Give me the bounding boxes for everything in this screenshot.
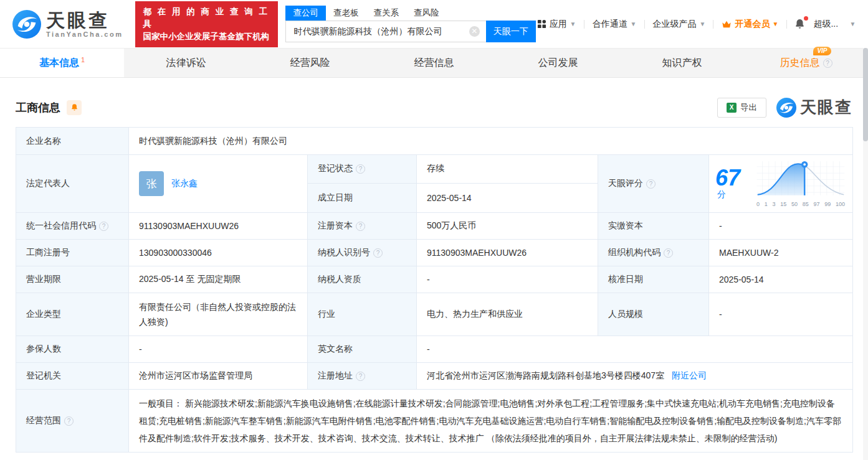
business-scope-value: 一般项目： 新兴能源技术研发;新能源汽车换电设施销售;在线能源计量技术研发;合同… (129, 390, 853, 453)
staff-size-label: 人员规模 (598, 293, 709, 336)
reg-address-value: 河北省沧州市运河区渤海路南规划路科创基地3号楼四楼407室 (427, 370, 664, 380)
help-icon[interactable]: ? (664, 248, 673, 258)
chevron-down-icon: ▼ (570, 21, 576, 27)
industry-value: 电力、热力生产和供应业 (417, 293, 598, 336)
nav-enterprise-label: 企业级产品 (653, 19, 697, 30)
taxpayer-quality-label: 纳税人资质 (308, 266, 417, 293)
search-button[interactable]: 天眼一下 (486, 21, 536, 42)
reg-status-value: 存续 (417, 155, 598, 184)
reg-number-value: 130903000330046 (129, 240, 308, 266)
reg-address-label: 注册地址 (318, 370, 353, 382)
score-cell: 67分 (709, 155, 853, 213)
nav-open-vip-label: 开通会员 (735, 19, 770, 30)
reg-capital-label-cell: 注册资本? (308, 213, 417, 240)
nav-account[interactable]: 超级... ▼ (812, 19, 857, 30)
search-tab-boss[interactable]: 查老板 (326, 6, 366, 21)
score-label: 天眼评分 (608, 178, 643, 189)
watermark-brand-name: 天眼查 (800, 96, 852, 118)
tab-operating-risk[interactable]: 经营风险 (248, 49, 372, 77)
search-input[interactable] (285, 21, 485, 42)
slogan-banner: 都 在 用 的 商 业 查 询 工 具 国家中小企业发展子基金旗下机构 (135, 1, 278, 47)
nav-open-vip[interactable]: 开通会员 ▼ (720, 19, 780, 30)
score-label-cell: 天眼评分? (598, 155, 709, 213)
help-icon[interactable]: ? (356, 372, 365, 381)
vip-badge: VIP (813, 47, 831, 55)
tab-intellectual-property[interactable]: 知识产权 (620, 49, 744, 77)
monitor-bell-chip[interactable] (67, 100, 82, 115)
tab-history-info[interactable]: 历史信息 VIP ? (744, 49, 868, 77)
help-icon[interactable]: ? (823, 59, 832, 68)
english-name-label: 英文名称 (308, 336, 417, 363)
reg-authority-value: 沧州市运河区市场监督管理局 (129, 363, 308, 390)
reg-status-label-cell: 登记状态? (308, 155, 417, 184)
paid-capital-label: 实缴资本 (598, 213, 709, 240)
reg-authority-label: 登记机关 (16, 363, 129, 390)
top-header: 天眼查 TianYanCha.com 都 在 用 的 商 业 查 询 工 具 国… (0, 0, 868, 48)
scrollbar[interactable] (863, 48, 868, 460)
tianyancha-logo[interactable]: 天眼查 TianYanCha.com (12, 10, 123, 39)
taxpayer-quality-value: - (417, 266, 598, 293)
table-row: 企业类型 有限责任公司（非自然人投资或控股的法人独资) 行业 电力、热力生产和供… (16, 293, 853, 336)
notification-dot (804, 16, 808, 21)
table-row: 工商注册号 130903000330046 纳税人识别号? 91130903MA… (16, 240, 853, 266)
nav-apps-label: 应用 (550, 19, 567, 30)
help-icon[interactable]: ? (64, 416, 74, 426)
avatar[interactable]: 张 (139, 171, 164, 196)
nav-account-label: 超级... (813, 19, 838, 30)
tab-legal[interactable]: 法律诉讼 (124, 49, 248, 77)
brand-domain: TianYanCha.com (46, 31, 123, 38)
clear-search-icon[interactable]: ✕ (469, 26, 480, 37)
taxpayer-id-label-cell: 纳税人识别号? (308, 240, 417, 266)
crown-icon (722, 20, 732, 29)
table-row: 经营范围? 一般项目： 新兴能源技术研发;新能源汽车换电设施销售;在线能源计量技… (16, 390, 853, 453)
table-row: 企业名称 时代骐骥新能源科技（沧州）有限公司 (16, 128, 853, 155)
export-button[interactable]: X 导出 (717, 98, 766, 118)
score-axis-labels: 0131550859799100 (755, 201, 846, 207)
tab-intellectual-property-label: 知识产权 (662, 57, 702, 70)
score-unit: 分 (717, 189, 726, 199)
help-icon[interactable]: ? (356, 164, 365, 174)
help-icon[interactable]: ? (373, 248, 383, 258)
search-tab-company[interactable]: 查公司 (285, 6, 326, 21)
help-icon[interactable]: ? (99, 222, 108, 231)
nav-apps[interactable]: 应用 ▼ (536, 19, 577, 30)
brand-name: 天眼查 (46, 11, 123, 31)
bell-icon (70, 103, 79, 111)
legal-rep-cell: 张 张永鑫 (129, 155, 308, 213)
nav-divider (786, 20, 787, 29)
score-value: 67分 (715, 167, 746, 200)
score-distribution-chart: 0131550859799100 (755, 160, 846, 207)
nav-partner[interactable]: 合作通道 ▼ (591, 19, 637, 30)
approval-date-label: 核准日期 (598, 266, 709, 293)
org-code-value: MAEHXUUW-2 (709, 240, 853, 266)
tab-legal-label: 法律诉讼 (166, 57, 206, 70)
legal-rep-link[interactable]: 张永鑫 (171, 178, 198, 189)
nearby-companies-link[interactable]: 附近公司 (672, 370, 707, 380)
legal-rep-label: 法定代表人 (16, 155, 129, 213)
export-button-label: 导出 (740, 102, 757, 113)
taxpayer-id-value: 91130903MAEHXUUW26 (417, 240, 598, 266)
chevron-down-icon: ▼ (630, 21, 636, 27)
section-head: 工商信息 X 导出 天眼查 (0, 78, 868, 126)
business-term-value: 2025-05-14 至 无固定期限 (129, 266, 308, 293)
reg-address-cell: 河北省沧州市运河区渤海路南规划路科创基地3号楼四楼407室 附近公司 (417, 363, 853, 390)
tab-basic-info[interactable]: 基本信息 1 (0, 49, 124, 77)
reg-number-label: 工商注册号 (16, 240, 129, 266)
tab-history-info-label: 历史信息 (780, 57, 820, 70)
search-area: 查公司 查老板 查关系 查风险 ✕ 天眼一下 (285, 6, 535, 42)
scrollbar-thumb[interactable] (863, 48, 868, 141)
taxpayer-id-label: 纳税人识别号 (318, 247, 370, 258)
help-icon[interactable]: ? (356, 222, 365, 231)
search-tab-relation[interactable]: 查关系 (366, 6, 406, 21)
nav-enterprise[interactable]: 企业级产品 ▼ (652, 19, 707, 30)
tab-operating-info[interactable]: 经营信息 (372, 49, 496, 77)
notifications-bell[interactable] (794, 18, 806, 30)
search-tab-risk[interactable]: 查风险 (406, 6, 447, 21)
tab-company-development-label: 公司发展 (538, 57, 578, 70)
apps-grid-icon (537, 19, 546, 29)
section-title: 工商信息 (16, 100, 60, 115)
company-name-label: 企业名称 (16, 128, 129, 155)
table-row: 统一社会信用代码? 91130903MAEHXUUW26 注册资本? 500万人… (16, 213, 853, 240)
tab-company-development[interactable]: 公司发展 (496, 49, 620, 77)
help-icon[interactable]: ? (646, 179, 656, 189)
